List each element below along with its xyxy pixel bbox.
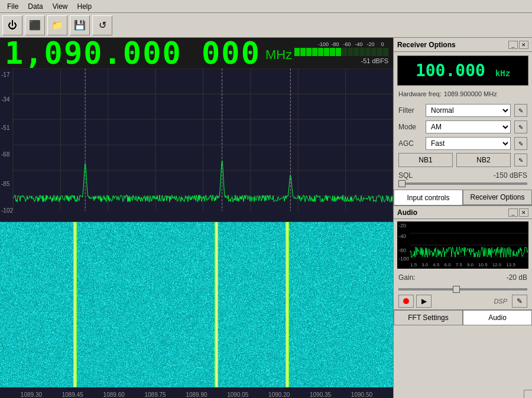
left-panel: 1,090.000 000 MHz -100 -80 -60 -40 -20 0… [0, 38, 393, 398]
audio-title: Audio [397, 208, 417, 217]
mode-row: Mode AM FM USB LSB CW ✎ [394, 119, 532, 135]
x-axis-labels: 1089.30 1089.45 1089.60 1089.75 1089.90 … [0, 392, 393, 398]
gain-row: Gain: -20 dB [394, 271, 532, 284]
signal-canvas [294, 48, 388, 56]
filter-label: Filter [398, 106, 422, 115]
audio-y-40: -40 [398, 233, 406, 239]
sig-label-40: -40 [353, 41, 365, 47]
agc-edit-button[interactable]: ✎ [514, 137, 527, 150]
mode-edit-button[interactable]: ✎ [514, 120, 527, 133]
x-label-1: 1089.45 [62, 392, 83, 398]
nb-edit-button[interactable]: ✎ [514, 154, 527, 167]
close-button[interactable]: ✕ [519, 41, 528, 49]
signal-labels: -100 -80 -60 -40 -20 0 [317, 41, 388, 47]
spectrum-display[interactable]: -17 -34 -51 -68 -85 -102 [0, 68, 393, 222]
audio-x-1: 1.5 [410, 262, 417, 267]
save-button[interactable]: 💾 [70, 15, 90, 35]
filter-edit-button[interactable]: ✎ [514, 104, 527, 117]
frequency-unit: MHz [265, 47, 292, 66]
hardware-freq: Hardware freq: 1089.900000 MHz [394, 89, 532, 99]
rx-freq-unit: kHz [495, 68, 510, 78]
bottom-tabs: FFT Settings Audio [394, 309, 532, 325]
waterfall-display[interactable]: 1089.30 1089.45 1089.60 1089.75 1089.90 … [0, 222, 393, 398]
audio-x-labels: 1.5 3.0 4.5 6.0 7.5 9.0 10.5 12.0 13.5 [397, 262, 528, 267]
sig-label-100: -100 [317, 41, 329, 47]
y-label-51: -51 [1, 125, 9, 131]
gain-slider[interactable] [398, 288, 527, 291]
sig-label-80: -80 [329, 41, 341, 47]
resize-handle[interactable] [524, 390, 532, 398]
minimize-button[interactable]: _ [508, 41, 518, 49]
record-icon [403, 298, 409, 304]
audio-x-4: 6.0 [445, 262, 451, 267]
tab-receiver-options[interactable]: Receiver Options [463, 190, 532, 205]
agc-row: AGC Fast Medium Slow Off ✎ [394, 135, 532, 152]
audio-close-button[interactable]: ✕ [519, 208, 528, 217]
sql-label: SQL [398, 171, 416, 180]
audio-x-9: 13.5 [506, 262, 515, 267]
sig-label-20: -20 [365, 41, 377, 47]
spectrum-canvas [0, 68, 393, 221]
sql-db-value: -150 dBFS [494, 171, 527, 180]
menu-file[interactable]: File [2, 1, 23, 12]
x-label-4: 1089.90 [186, 392, 207, 398]
signal-meter: -100 -80 -60 -40 -20 0 -51 dBFS [294, 41, 388, 64]
y-label-85: -85 [1, 181, 9, 187]
menu-view[interactable]: View [48, 1, 73, 12]
receiver-options-header: Receiver Options _ ✕ [394, 38, 532, 52]
mode-select[interactable]: AM FM USB LSB CW [426, 120, 511, 133]
audio-edit-button[interactable]: ✎ [512, 295, 527, 308]
audio-x-5: 7.5 [456, 262, 462, 267]
panel-tabs: Input controls Receiver Options [394, 190, 532, 205]
sig-label-60: -60 [341, 41, 353, 47]
power-button[interactable]: ⏻ [2, 15, 22, 35]
right-panel: Receiver Options _ ✕ 100.000 kHz Hardwar… [393, 38, 532, 398]
tab-fft-settings[interactable]: FFT Settings [394, 310, 463, 325]
nb-row: NB1 NB2 ✎ [394, 152, 532, 168]
audio-x-6: 9.0 [467, 262, 473, 267]
audio-controls: ▶ DSP ✎ [394, 293, 532, 309]
play-button[interactable]: ▶ [416, 295, 432, 308]
filter-row: Filter Normal Wide Narrow ✎ [394, 102, 532, 119]
audio-y-100: -100 [398, 256, 409, 262]
audio-y-20: -20 [398, 223, 406, 229]
dsp-label: DSP [494, 298, 507, 305]
agc-select[interactable]: Fast Medium Slow Off [426, 137, 511, 150]
y-label-17: -17 [1, 71, 9, 78]
sig-label-0: 0 [377, 41, 388, 47]
y-label-34: -34 [1, 96, 9, 103]
nb1-button[interactable]: NB1 [398, 153, 453, 167]
signal-db-value: -51 dBFS [361, 57, 388, 64]
y-label-68: -68 [1, 151, 9, 158]
gain-db-value: -20 dB [507, 273, 527, 282]
audio-x-8: 12.0 [492, 262, 502, 267]
menu-help[interactable]: Help [73, 1, 97, 12]
menubar: File Data View Help [0, 0, 532, 13]
audio-x-2: 3.0 [421, 262, 428, 267]
audio-section: Audio _ ✕ -20 -40 -80 -100 1.5 3.0 4.5 6… [394, 205, 532, 398]
audio-minimize-button[interactable]: _ [508, 208, 518, 217]
play-icon: ▶ [421, 297, 427, 305]
audio-canvas [397, 221, 528, 269]
x-label-2: 1089.60 [103, 392, 125, 398]
device-button[interactable]: ⬛ [25, 15, 45, 35]
agc-label: AGC [398, 139, 422, 148]
hw-freq-label: Hardware freq: [398, 90, 442, 97]
record-button[interactable] [398, 295, 414, 308]
refresh-button[interactable]: ↺ [92, 15, 112, 35]
filter-select[interactable]: Normal Wide Narrow [426, 104, 511, 117]
rx-frequency-display: 100.000 kHz [397, 56, 528, 86]
x-label-6: 1090.20 [268, 392, 290, 398]
open-button[interactable]: 📁 [47, 15, 67, 35]
menu-data[interactable]: Data [23, 1, 47, 12]
sql-slider[interactable] [398, 182, 527, 185]
hw-freq-value: 1089.900000 MHz [444, 90, 497, 97]
audio-x-7: 10.5 [478, 262, 488, 267]
frequency-display: 1,090.000 000 MHz -100 -80 -60 -40 -20 0… [0, 38, 393, 68]
tab-audio[interactable]: Audio [463, 310, 532, 325]
tab-input-controls[interactable]: Input controls [394, 190, 463, 205]
frequency-value: 1,090.000 000 [5, 38, 261, 68]
nb2-button[interactable]: NB2 [456, 153, 511, 167]
x-label-3: 1089.75 [144, 392, 166, 398]
main-layout: 1,090.000 000 MHz -100 -80 -60 -40 -20 0… [0, 38, 532, 398]
